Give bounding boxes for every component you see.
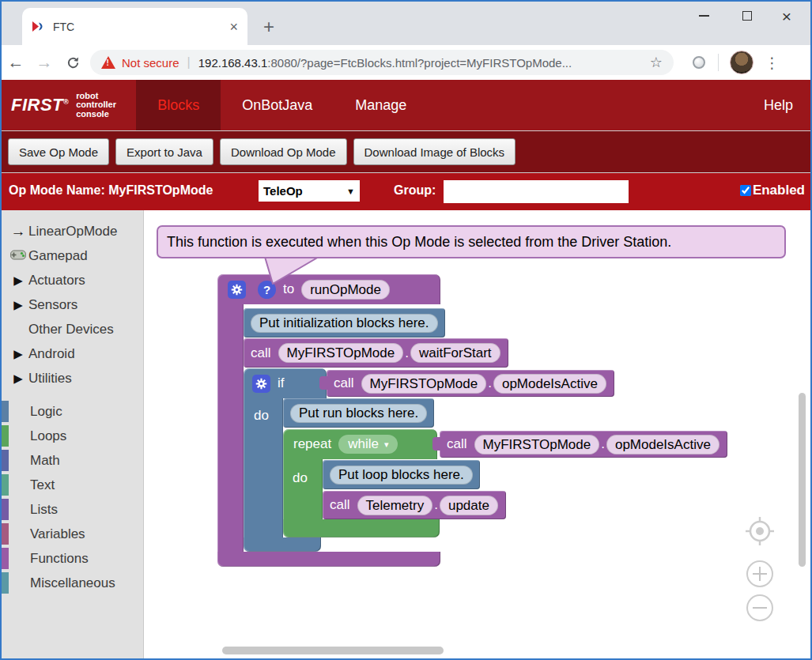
block-repeat-spine[interactable] — [283, 459, 323, 519]
security-warning-icon[interactable]: ! — [101, 56, 115, 69]
block-run-comment[interactable]: Put run blocks here. — [283, 398, 434, 428]
block-runopmode-spine[interactable] — [217, 304, 244, 552]
field-target[interactable]: MyFIRSTOpMode — [278, 343, 404, 363]
gear-icon[interactable] — [252, 375, 270, 393]
sidebar-item-gamepad[interactable]: Gamepad — [2, 243, 143, 268]
zoom-in-button[interactable] — [747, 561, 772, 586]
select-arrow-icon: ▼ — [346, 187, 355, 196]
block-repeat-foot[interactable] — [283, 519, 440, 537]
url-path[interactable]: :8080/?page=FtcBlocks.html?project=MyFIR… — [267, 56, 572, 70]
nav-tab-blocks[interactable]: Blocks — [136, 80, 221, 130]
block-if-condition[interactable]: call MyFIRSTOpMode . opModeIsActive — [327, 370, 614, 397]
category-color-chip — [2, 474, 9, 496]
category-color-chip — [2, 401, 9, 422]
dot-separator: . — [601, 436, 605, 452]
field-target[interactable]: Telemetry — [357, 496, 433, 515]
back-button[interactable]: ← — [2, 53, 30, 72]
category-color-chip — [2, 450, 9, 471]
sidebar-item-loops[interactable]: Loops — [2, 424, 143, 448]
sidebar-item-text[interactable]: Text — [2, 473, 143, 497]
field-comment-text[interactable]: Put run blocks here. — [290, 404, 427, 423]
url-host[interactable]: 192.168.43.1 — [198, 56, 268, 70]
brand-name: FIRST — [11, 95, 63, 115]
block-if[interactable]: if — [244, 368, 327, 398]
block-keyword: if — [278, 375, 285, 391]
reload-button[interactable] — [59, 55, 87, 70]
sidebar-item-lists[interactable]: Lists — [2, 497, 143, 522]
value-connector-tab — [432, 437, 440, 451]
zoom-out-button[interactable] — [747, 595, 772, 620]
sidebar-item-variables[interactable]: Variables — [2, 522, 143, 546]
sidebar-item-linearopmode[interactable]: → LinearOpMode — [2, 219, 143, 243]
field-comment-text[interactable]: Put initialization blocks here. — [251, 314, 438, 333]
enabled-label: Enabled — [753, 183, 805, 198]
sidebar-item-miscellaneous[interactable]: Miscellaneous — [2, 571, 143, 595]
sidebar-item-utilities[interactable]: ▶ Utilities — [2, 366, 143, 390]
close-button[interactable]: × — [767, 2, 806, 30]
field-method[interactable]: update — [440, 496, 498, 515]
block-call-update[interactable]: call Telemetry . update — [323, 491, 506, 519]
vertical-scrollbar[interactable] — [799, 393, 806, 567]
flavor-select[interactable]: TeleOp ▼ — [259, 180, 360, 202]
repeat-mode-dropdown[interactable]: while ▾ — [338, 435, 398, 454]
block-comment-bubble[interactable]: This function is executed when this Op M… — [157, 225, 786, 258]
category-color-chip — [2, 523, 9, 545]
block-loop-comment[interactable]: Put loop blocks here. — [323, 460, 480, 489]
field-target[interactable]: MyFIRSTOpMode — [474, 435, 600, 454]
browser-menu-icon[interactable]: ⋮ — [765, 54, 780, 72]
enabled-checkbox[interactable] — [740, 185, 751, 196]
expand-triangle-icon: ▶ — [8, 298, 28, 312]
bookmark-star-icon[interactable]: ☆ — [650, 54, 663, 71]
field-comment-text[interactable]: Put loop blocks here. — [330, 466, 473, 485]
dot-separator: . — [488, 375, 492, 391]
help-link[interactable]: Help — [764, 80, 810, 130]
save-opmode-button[interactable]: Save Op Mode — [8, 138, 109, 165]
group-input[interactable] — [444, 180, 629, 203]
opmode-name-label: Op Mode Name: — [9, 183, 105, 197]
maximize-button[interactable] — [727, 2, 767, 30]
field-method[interactable]: waitForStart — [410, 343, 500, 363]
do-label: do — [293, 470, 308, 486]
blockly-workspace[interactable]: This function is executed when this Op M… — [145, 210, 810, 658]
new-tab-button[interactable]: + — [258, 16, 280, 38]
extension-icon[interactable] — [693, 56, 705, 69]
block-repeat-condition[interactable]: call MyFIRSTOpMode . opModeIsActive — [440, 431, 727, 458]
sidebar-item-other-devices[interactable]: Other Devices — [2, 317, 143, 341]
profile-avatar[interactable] — [730, 51, 753, 74]
download-opmode-button[interactable]: Download Op Mode — [220, 138, 347, 165]
block-keyword: call — [251, 345, 271, 361]
field-target[interactable]: MyFIRSTOpMode — [361, 374, 487, 394]
sidebar-item-actuators[interactable]: ▶ Actuators — [2, 268, 143, 292]
tab-ftc[interactable]: FTC × — [22, 8, 247, 45]
group-label: Group: — [394, 183, 436, 198]
sidebar-item-sensors[interactable]: ▶ Sensors — [2, 292, 143, 317]
gear-icon[interactable] — [228, 281, 246, 299]
command-toolbar: Save Op Mode Export to Java Download Op … — [2, 130, 810, 173]
block-if-foot[interactable] — [244, 537, 321, 552]
brand-logo: FIRST® robot controller console — [2, 80, 136, 130]
field-method[interactable]: opModeIsActive — [493, 374, 606, 394]
divider — [718, 54, 719, 71]
download-image-button[interactable]: Download Image of Blocks — [353, 138, 516, 165]
not-secure-label[interactable]: Not secure — [122, 56, 179, 70]
block-category-sidebar: → LinearOpMode Gamepad ▶ Actuators — [2, 210, 144, 658]
minimize-button[interactable] — [684, 2, 723, 30]
app-header: FIRST® robot controller console Blocks O… — [2, 80, 810, 130]
sidebar-item-functions[interactable]: Functions — [2, 546, 143, 571]
sidebar-item-math[interactable]: Math — [2, 448, 143, 473]
field-method[interactable]: opModeIsActive — [606, 435, 719, 454]
block-repeat[interactable]: repeat while ▾ — [283, 429, 437, 459]
block-init-comment[interactable]: Put initialization blocks here. — [244, 308, 445, 338]
block-call-waitforstart[interactable]: call MyFIRSTOpMode . waitForStart — [244, 338, 508, 368]
brand-reg: ® — [63, 98, 69, 106]
export-java-button[interactable]: Export to Java — [115, 138, 213, 165]
nav-tab-manage[interactable]: Manage — [334, 80, 428, 130]
nav-tab-onbotjava[interactable]: OnBotJava — [221, 80, 334, 130]
sidebar-item-logic[interactable]: Logic — [2, 399, 143, 424]
zoom-reset-button[interactable] — [746, 517, 774, 545]
url-bar[interactable]: ! Not secure | 192.168.43.1:8080/?page=F… — [90, 50, 674, 75]
sidebar-item-android[interactable]: ▶ Android — [2, 341, 143, 366]
tab-close-icon[interactable]: × — [229, 20, 238, 34]
block-runopmode-foot[interactable] — [217, 552, 440, 567]
horizontal-scrollbar[interactable] — [222, 647, 444, 654]
